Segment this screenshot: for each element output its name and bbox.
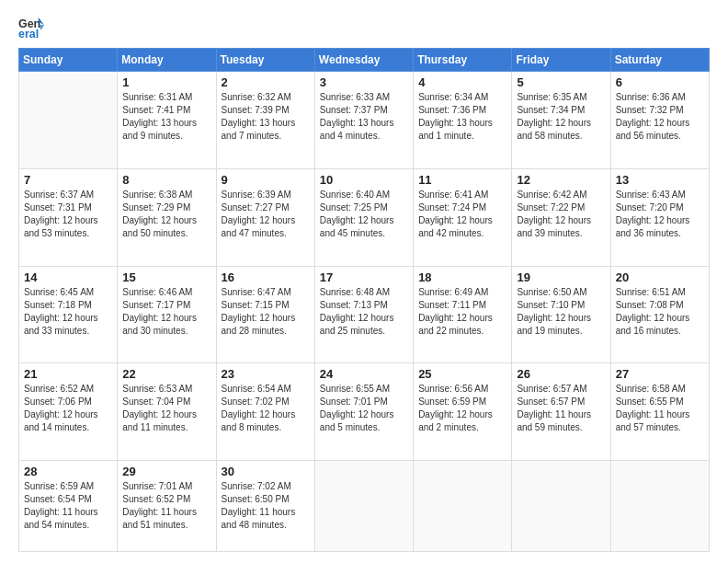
calendar-cell-9: 9Sunrise: 6:39 AMSunset: 7:27 PMDaylight…: [216, 168, 314, 266]
calendar-cell-16: 16Sunrise: 6:47 AMSunset: 7:15 PMDayligh…: [216, 266, 314, 363]
day-number: 1: [122, 75, 210, 89]
week-row-1: 7Sunrise: 6:37 AMSunset: 7:31 PMDaylight…: [19, 168, 710, 266]
calendar-cell-13: 13Sunrise: 6:43 AMSunset: 7:20 PMDayligh…: [610, 168, 709, 266]
calendar-cell-2: 2Sunrise: 6:32 AMSunset: 7:39 PMDaylight…: [216, 72, 314, 169]
calendar-cell-empty: [512, 461, 610, 552]
day-number: 20: [616, 270, 704, 284]
calendar-cell-10: 10Sunrise: 6:40 AMSunset: 7:25 PMDayligh…: [314, 168, 413, 266]
weekday-header-friday: Friday: [512, 49, 610, 72]
day-number: 2: [222, 75, 310, 89]
week-row-0: 1Sunrise: 6:31 AMSunset: 7:41 PMDaylight…: [19, 72, 710, 169]
day-number: 19: [517, 270, 605, 284]
cell-info: Sunrise: 6:52 AMSunset: 7:06 PMDaylight:…: [24, 383, 112, 434]
calendar-cell-17: 17Sunrise: 6:48 AMSunset: 7:13 PMDayligh…: [314, 266, 413, 363]
cell-info: Sunrise: 6:55 AMSunset: 7:01 PMDaylight:…: [320, 383, 408, 434]
calendar-cell-empty: [19, 72, 118, 169]
calendar-cell-21: 21Sunrise: 6:52 AMSunset: 7:06 PMDayligh…: [19, 363, 118, 461]
day-number: 21: [24, 367, 112, 381]
day-number: 6: [616, 75, 704, 89]
calendar-cell-empty: [414, 461, 512, 552]
calendar-cell-28: 28Sunrise: 6:59 AMSunset: 6:54 PMDayligh…: [19, 461, 118, 552]
logo: Gen eral: [18, 15, 48, 40]
day-number: 29: [122, 465, 210, 478]
calendar-cell-20: 20Sunrise: 6:51 AMSunset: 7:08 PMDayligh…: [610, 266, 709, 363]
calendar-cell-7: 7Sunrise: 6:37 AMSunset: 7:31 PMDaylight…: [19, 168, 118, 266]
calendar-cell-19: 19Sunrise: 6:50 AMSunset: 7:10 PMDayligh…: [512, 266, 610, 363]
day-number: 12: [517, 173, 605, 187]
day-number: 24: [320, 367, 408, 381]
calendar-cell-4: 4Sunrise: 6:34 AMSunset: 7:36 PMDaylight…: [414, 72, 512, 169]
day-number: 13: [616, 173, 704, 187]
day-number: 7: [24, 173, 112, 187]
day-number: 18: [418, 270, 506, 284]
calendar-cell-25: 25Sunrise: 6:56 AMSunset: 6:59 PMDayligh…: [414, 363, 512, 461]
cell-info: Sunrise: 6:36 AMSunset: 7:32 PMDaylight:…: [616, 91, 704, 143]
week-row-4: 28Sunrise: 6:59 AMSunset: 6:54 PMDayligh…: [19, 461, 710, 552]
cell-info: Sunrise: 7:01 AMSunset: 6:52 PMDaylight:…: [122, 480, 210, 532]
day-number: 27: [616, 367, 704, 381]
day-number: 28: [24, 465, 112, 478]
weekday-header-monday: Monday: [118, 49, 216, 72]
day-number: 9: [222, 173, 310, 187]
day-number: 17: [320, 270, 408, 284]
calendar-cell-6: 6Sunrise: 6:36 AMSunset: 7:32 PMDaylight…: [610, 72, 709, 169]
day-number: 4: [418, 75, 506, 89]
cell-info: Sunrise: 7:02 AMSunset: 6:50 PMDaylight:…: [222, 480, 310, 532]
calendar-cell-24: 24Sunrise: 6:55 AMSunset: 7:01 PMDayligh…: [314, 363, 413, 461]
day-number: 11: [418, 173, 506, 187]
weekday-header-sunday: Sunday: [19, 49, 118, 72]
calendar-cell-27: 27Sunrise: 6:58 AMSunset: 6:55 PMDayligh…: [610, 363, 709, 461]
calendar-cell-11: 11Sunrise: 6:41 AMSunset: 7:24 PMDayligh…: [414, 168, 512, 266]
calendar-cell-15: 15Sunrise: 6:46 AMSunset: 7:17 PMDayligh…: [118, 266, 216, 363]
day-number: 15: [122, 270, 210, 284]
weekday-header-row: SundayMondayTuesdayWednesdayThursdayFrid…: [19, 49, 710, 72]
cell-info: Sunrise: 6:35 AMSunset: 7:34 PMDaylight:…: [517, 91, 605, 143]
day-number: 10: [320, 173, 408, 187]
cell-info: Sunrise: 6:59 AMSunset: 6:54 PMDaylight:…: [24, 480, 112, 532]
cell-info: Sunrise: 6:58 AMSunset: 6:55 PMDaylight:…: [616, 383, 704, 434]
weekday-header-thursday: Thursday: [414, 49, 512, 72]
header: Gen eral: [18, 15, 710, 40]
cell-info: Sunrise: 6:38 AMSunset: 7:29 PMDaylight:…: [122, 189, 210, 240]
day-number: 5: [517, 75, 605, 89]
cell-info: Sunrise: 6:40 AMSunset: 7:25 PMDaylight:…: [320, 189, 408, 240]
calendar-cell-3: 3Sunrise: 6:33 AMSunset: 7:37 PMDaylight…: [314, 72, 413, 169]
weekday-header-saturday: Saturday: [610, 49, 709, 72]
cell-info: Sunrise: 6:42 AMSunset: 7:22 PMDaylight:…: [517, 189, 605, 240]
cell-info: Sunrise: 6:32 AMSunset: 7:39 PMDaylight:…: [222, 91, 310, 143]
calendar-cell-empty: [314, 461, 413, 552]
calendar-cell-empty: [610, 461, 709, 552]
cell-info: Sunrise: 6:34 AMSunset: 7:36 PMDaylight:…: [418, 91, 506, 143]
weekday-header-wednesday: Wednesday: [314, 49, 413, 72]
calendar-cell-5: 5Sunrise: 6:35 AMSunset: 7:34 PMDaylight…: [512, 72, 610, 169]
page: Gen eral SundayMondayTuesdayWednesdayThu…: [0, 0, 728, 563]
cell-info: Sunrise: 6:53 AMSunset: 7:04 PMDaylight:…: [122, 383, 210, 434]
calendar-cell-18: 18Sunrise: 6:49 AMSunset: 7:11 PMDayligh…: [414, 266, 512, 363]
cell-info: Sunrise: 6:56 AMSunset: 6:59 PMDaylight:…: [418, 383, 506, 434]
cell-info: Sunrise: 6:47 AMSunset: 7:15 PMDaylight:…: [222, 286, 310, 338]
cell-info: Sunrise: 6:39 AMSunset: 7:27 PMDaylight:…: [222, 189, 310, 240]
calendar-cell-26: 26Sunrise: 6:57 AMSunset: 6:57 PMDayligh…: [512, 363, 610, 461]
day-number: 23: [222, 367, 310, 381]
week-row-3: 21Sunrise: 6:52 AMSunset: 7:06 PMDayligh…: [19, 363, 710, 461]
calendar-cell-29: 29Sunrise: 7:01 AMSunset: 6:52 PMDayligh…: [118, 461, 216, 552]
calendar-cell-8: 8Sunrise: 6:38 AMSunset: 7:29 PMDaylight…: [118, 168, 216, 266]
cell-info: Sunrise: 6:50 AMSunset: 7:10 PMDaylight:…: [517, 286, 605, 338]
calendar-cell-1: 1Sunrise: 6:31 AMSunset: 7:41 PMDaylight…: [118, 72, 216, 169]
cell-info: Sunrise: 6:48 AMSunset: 7:13 PMDaylight:…: [320, 286, 408, 338]
calendar-cell-12: 12Sunrise: 6:42 AMSunset: 7:22 PMDayligh…: [512, 168, 610, 266]
calendar-table: SundayMondayTuesdayWednesdayThursdayFrid…: [18, 48, 710, 552]
cell-info: Sunrise: 6:31 AMSunset: 7:41 PMDaylight:…: [122, 91, 210, 143]
svg-text:eral: eral: [18, 28, 39, 40]
day-number: 22: [122, 367, 210, 381]
week-row-2: 14Sunrise: 6:45 AMSunset: 7:18 PMDayligh…: [19, 266, 710, 363]
cell-info: Sunrise: 6:33 AMSunset: 7:37 PMDaylight:…: [320, 91, 408, 143]
cell-info: Sunrise: 6:45 AMSunset: 7:18 PMDaylight:…: [24, 286, 112, 338]
cell-info: Sunrise: 6:54 AMSunset: 7:02 PMDaylight:…: [222, 383, 310, 434]
cell-info: Sunrise: 6:51 AMSunset: 7:08 PMDaylight:…: [616, 286, 704, 338]
cell-info: Sunrise: 6:46 AMSunset: 7:17 PMDaylight:…: [122, 286, 210, 338]
day-number: 25: [418, 367, 506, 381]
cell-info: Sunrise: 6:41 AMSunset: 7:24 PMDaylight:…: [418, 189, 506, 240]
cell-info: Sunrise: 6:57 AMSunset: 6:57 PMDaylight:…: [517, 383, 605, 434]
calendar-cell-23: 23Sunrise: 6:54 AMSunset: 7:02 PMDayligh…: [216, 363, 314, 461]
